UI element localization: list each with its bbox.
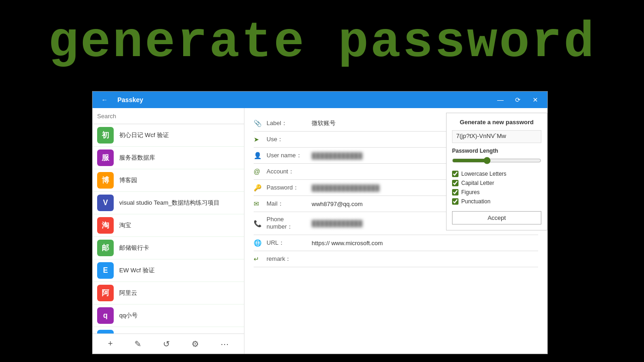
checkbox-punctuation[interactable] [452, 198, 458, 205]
account-field: Account： [267, 167, 308, 176]
username-icon: 👤 [254, 152, 263, 159]
checkbox-label-punctuation: Punctuation [461, 198, 490, 205]
list-item[interactable]: 微微软账号 [93, 327, 244, 333]
checkbox-label-capital: Capital Letter [461, 180, 494, 186]
url-prefix: https:// [312, 240, 330, 247]
url-domain: www.microsoft.com [331, 240, 383, 247]
avatar: 初 [97, 127, 114, 144]
more-button[interactable]: ⋯ [217, 337, 232, 351]
checkbox-row-lowercase: Lowercase Letters [452, 171, 541, 177]
checkbox-row-punctuation: Punctuation [452, 198, 541, 205]
username-field: User name： [267, 151, 308, 160]
app-body: 初初心日记 Wcf 验证服服务器数据库博博客园Vvisual studio Te… [93, 108, 547, 354]
list-item-name: 邮储银行卡 [119, 244, 149, 252]
list-item[interactable]: EEW Wcf 验证 [93, 259, 244, 282]
list-item[interactable]: 阿阿里云 [93, 282, 244, 305]
list-item-name: 博客园 [119, 176, 137, 184]
list-item[interactable]: 邮邮储银行卡 [93, 237, 244, 259]
avatar: 阿 [97, 285, 114, 301]
search-input[interactable] [97, 113, 239, 120]
checkbox-lowercase[interactable] [452, 171, 458, 177]
avatar: q [97, 307, 114, 324]
bottom-toolbar: + ✎ ↺ ⚙ ⋯ [93, 333, 244, 354]
generator-title: Generate a new password [452, 119, 541, 126]
checkbox-label-lowercase: Lowercase Letters [461, 171, 506, 177]
avatar: 微 [97, 330, 114, 333]
generated-password: 7(jp?tX)-VnNV`Mw [452, 130, 541, 143]
list-item[interactable]: 初初心日记 Wcf 验证 [93, 124, 244, 147]
minimize-button[interactable]: — [492, 92, 509, 108]
checkbox-row-figures: Figures [452, 189, 541, 195]
url-row: 🌐 URL： https:// www.microsoft.com [254, 235, 538, 251]
account-icon: @ [254, 168, 263, 175]
url-field: URL： [267, 239, 308, 247]
list-item-name: 服务器数据库 [119, 154, 155, 162]
avatar: 邮 [97, 240, 114, 256]
refresh-button[interactable]: ↺ [159, 337, 174, 351]
add-button[interactable]: + [104, 337, 116, 351]
list-item-name: 阿里云 [119, 289, 137, 297]
checkbox-figures[interactable] [452, 189, 458, 195]
password-generator-panel: Generate a new password 7(jp?tX)-VnNV`Mw… [446, 113, 547, 230]
list-item[interactable]: 博博客园 [93, 169, 244, 192]
checkbox-row-capital: Capital Letter [452, 180, 541, 186]
slider-container: Password Length [452, 148, 541, 166]
background-title: generate password [0, 14, 644, 71]
use-icon: ➤ [254, 136, 263, 143]
url-value: https:// www.microsoft.com [312, 240, 538, 247]
list-item[interactable]: qqq小号 [93, 305, 244, 327]
app-title: Passkey [117, 96, 492, 103]
password-field: Password： [267, 184, 308, 192]
mail-icon: ✉ [254, 200, 263, 207]
password-length-slider[interactable] [452, 157, 541, 164]
phone-icon: 📞 [254, 220, 263, 227]
restore-button[interactable]: ⟳ [510, 92, 526, 108]
settings-button[interactable]: ⚙ [188, 337, 203, 351]
use-field: Use： [267, 135, 308, 144]
list-item-name: EW Wcf 验证 [119, 266, 155, 275]
window-controls: — ⟳ ✕ [492, 92, 544, 108]
avatar: 淘 [97, 217, 114, 234]
remark-row: ↵ remark： [254, 251, 538, 267]
list-item[interactable]: 服服务器数据库 [93, 147, 244, 169]
url-icon: 🌐 [254, 239, 263, 247]
password-length-label: Password Length [452, 148, 541, 154]
avatar: 博 [97, 172, 114, 189]
back-button[interactable]: ← [96, 92, 113, 108]
list-item-name: visual studio Team_数据结构练习项目 [119, 199, 220, 207]
avatar: E [97, 262, 114, 279]
list-container: 初初心日记 Wcf 验证服服务器数据库博博客园Vvisual studio Te… [93, 124, 244, 333]
mail-field: Mail： [267, 200, 308, 208]
password-icon: 🔑 [254, 184, 263, 191]
right-panel: 📎 Label： 微软账号 ➤ Use： 👤 User name： ██████… [244, 108, 547, 354]
list-item[interactable]: 淘淘宝 [93, 214, 244, 237]
list-item-name: 初心日记 Wcf 验证 [119, 131, 169, 139]
left-panel: 初初心日记 Wcf 验证服服务器数据库博博客园Vvisual studio Te… [93, 108, 244, 354]
remark-field: remark： [267, 255, 308, 263]
phone-field: Phone number： [267, 216, 308, 231]
search-bar [93, 108, 244, 124]
checkbox-label-figures: Figures [461, 189, 480, 195]
list-item[interactable]: Vvisual studio Team_数据结构练习项目 [93, 192, 244, 214]
list-item-name: 淘宝 [119, 221, 131, 230]
list-item-name: qq小号 [119, 311, 138, 320]
avatar: V [97, 195, 114, 211]
avatar: 服 [97, 149, 114, 166]
remark-icon: ↵ [254, 255, 263, 263]
close-button[interactable]: ✕ [527, 92, 544, 108]
checkbox-capital[interactable] [452, 180, 458, 186]
edit-button[interactable]: ✎ [131, 337, 145, 351]
label-field: Label： [267, 119, 308, 127]
accept-button[interactable]: Accept [452, 211, 541, 224]
label-icon: 📎 [254, 120, 263, 127]
checkbox-options: Lowercase LettersCapital LetterFiguresPu… [452, 171, 541, 205]
app-window: ← Passkey — ⟳ ✕ 初初心日记 Wcf 验证服服务器数据库博博客园V… [92, 91, 548, 354]
title-bar: ← Passkey — ⟳ ✕ [93, 92, 547, 108]
